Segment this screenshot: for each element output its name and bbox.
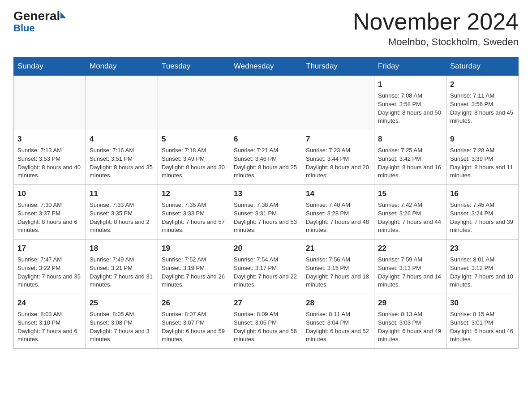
day-number: 28 xyxy=(306,298,370,309)
calendar-day-cell xyxy=(302,76,374,130)
day-number: 29 xyxy=(378,298,442,309)
day-sun-info: Sunrise: 7:59 AMSunset: 3:13 PMDaylight:… xyxy=(378,256,442,289)
calendar-day-cell: 5Sunrise: 7:18 AMSunset: 3:49 PMDaylight… xyxy=(158,130,230,185)
calendar-day-cell: 9Sunrise: 7:28 AMSunset: 3:39 PMDaylight… xyxy=(446,130,519,185)
day-sun-info: Sunrise: 7:33 AMSunset: 3:35 PMDaylight:… xyxy=(90,201,154,235)
calendar-day-header: Sunday xyxy=(14,57,86,76)
day-number: 1 xyxy=(378,79,442,90)
day-sun-info: Sunrise: 7:47 AMSunset: 3:22 PMDaylight:… xyxy=(17,256,82,289)
logo-blue-text: Blue xyxy=(13,22,35,34)
day-number: 2 xyxy=(450,79,515,90)
calendar-day-cell: 20Sunrise: 7:54 AMSunset: 3:17 PMDayligh… xyxy=(230,240,302,294)
calendar-day-cell: 26Sunrise: 8:07 AMSunset: 3:07 PMDayligh… xyxy=(158,294,230,349)
day-number: 14 xyxy=(306,188,370,200)
logo-general-text: General xyxy=(13,9,60,23)
calendar-week-row: 3Sunrise: 7:13 AMSunset: 3:53 PMDaylight… xyxy=(14,130,519,185)
calendar-day-cell: 7Sunrise: 7:23 AMSunset: 3:44 PMDaylight… xyxy=(302,130,374,185)
calendar-day-cell: 24Sunrise: 8:03 AMSunset: 3:10 PMDayligh… xyxy=(14,294,86,349)
calendar-day-cell: 10Sunrise: 7:30 AMSunset: 3:37 PMDayligh… xyxy=(14,185,86,240)
day-sun-info: Sunrise: 8:01 AMSunset: 3:12 PMDaylight:… xyxy=(450,256,515,289)
day-sun-info: Sunrise: 8:05 AMSunset: 3:08 PMDaylight:… xyxy=(90,310,154,344)
calendar-day-cell xyxy=(86,76,158,130)
day-number: 22 xyxy=(378,243,442,254)
day-number: 5 xyxy=(162,134,226,145)
day-number: 23 xyxy=(450,243,515,254)
day-number: 15 xyxy=(378,188,442,200)
day-sun-info: Sunrise: 7:18 AMSunset: 3:49 PMDaylight:… xyxy=(162,146,226,180)
day-number: 10 xyxy=(17,188,82,200)
day-number: 24 xyxy=(17,298,82,309)
day-number: 11 xyxy=(90,188,154,200)
day-sun-info: Sunrise: 8:13 AMSunset: 3:03 PMDaylight:… xyxy=(378,310,442,344)
day-sun-info: Sunrise: 7:28 AMSunset: 3:39 PMDaylight:… xyxy=(450,146,515,180)
day-number: 3 xyxy=(17,134,82,145)
day-sun-info: Sunrise: 7:38 AMSunset: 3:31 PMDaylight:… xyxy=(234,201,298,235)
calendar-day-header: Wednesday xyxy=(230,57,302,76)
day-sun-info: Sunrise: 7:08 AMSunset: 3:58 PMDaylight:… xyxy=(378,92,442,125)
day-number: 20 xyxy=(234,243,298,254)
calendar-day-cell: 6Sunrise: 7:21 AMSunset: 3:46 PMDaylight… xyxy=(230,130,302,185)
calendar-day-cell: 22Sunrise: 7:59 AMSunset: 3:13 PMDayligh… xyxy=(374,240,446,294)
calendar-table: SundayMondayTuesdayWednesdayThursdayFrid… xyxy=(13,57,519,349)
calendar-day-cell: 19Sunrise: 7:52 AMSunset: 3:19 PMDayligh… xyxy=(158,240,230,294)
day-sun-info: Sunrise: 8:11 AMSunset: 3:04 PMDaylight:… xyxy=(306,310,370,344)
day-number: 8 xyxy=(378,134,442,145)
calendar-day-cell: 16Sunrise: 7:45 AMSunset: 3:24 PMDayligh… xyxy=(446,185,519,240)
day-sun-info: Sunrise: 7:11 AMSunset: 3:56 PMDaylight:… xyxy=(450,92,515,125)
day-number: 12 xyxy=(162,188,226,200)
calendar-day-cell: 25Sunrise: 8:05 AMSunset: 3:08 PMDayligh… xyxy=(86,294,158,349)
calendar-day-cell: 18Sunrise: 7:49 AMSunset: 3:21 PMDayligh… xyxy=(86,240,158,294)
day-sun-info: Sunrise: 7:49 AMSunset: 3:21 PMDaylight:… xyxy=(90,256,154,289)
day-sun-info: Sunrise: 7:13 AMSunset: 3:53 PMDaylight:… xyxy=(17,146,82,180)
calendar-day-header: Saturday xyxy=(446,57,519,76)
day-number: 17 xyxy=(17,243,82,254)
calendar-day-cell: 28Sunrise: 8:11 AMSunset: 3:04 PMDayligh… xyxy=(302,294,374,349)
calendar-day-cell: 12Sunrise: 7:35 AMSunset: 3:33 PMDayligh… xyxy=(158,185,230,240)
day-sun-info: Sunrise: 7:54 AMSunset: 3:17 PMDaylight:… xyxy=(234,256,298,289)
day-sun-info: Sunrise: 7:21 AMSunset: 3:46 PMDaylight:… xyxy=(234,146,298,180)
day-number: 9 xyxy=(450,134,515,145)
day-number: 18 xyxy=(90,243,154,254)
calendar-day-cell: 11Sunrise: 7:33 AMSunset: 3:35 PMDayligh… xyxy=(86,185,158,240)
calendar-day-cell xyxy=(14,76,86,130)
day-number: 30 xyxy=(450,298,515,309)
calendar-day-cell xyxy=(230,76,302,130)
calendar-week-row: 17Sunrise: 7:47 AMSunset: 3:22 PMDayligh… xyxy=(14,240,519,294)
calendar-day-cell: 23Sunrise: 8:01 AMSunset: 3:12 PMDayligh… xyxy=(446,240,519,294)
calendar-day-cell: 17Sunrise: 7:47 AMSunset: 3:22 PMDayligh… xyxy=(14,240,86,294)
day-sun-info: Sunrise: 8:03 AMSunset: 3:10 PMDaylight:… xyxy=(17,310,82,344)
calendar-day-cell: 30Sunrise: 8:15 AMSunset: 3:01 PMDayligh… xyxy=(446,294,519,349)
day-number: 21 xyxy=(306,243,370,254)
logo: General Blue xyxy=(13,9,66,34)
day-sun-info: Sunrise: 7:23 AMSunset: 3:44 PMDaylight:… xyxy=(306,146,370,180)
calendar-day-header: Monday xyxy=(86,57,158,76)
day-sun-info: Sunrise: 7:42 AMSunset: 3:26 PMDaylight:… xyxy=(378,201,442,235)
calendar-week-row: 10Sunrise: 7:30 AMSunset: 3:37 PMDayligh… xyxy=(14,185,519,240)
calendar-day-cell: 27Sunrise: 8:09 AMSunset: 3:05 PMDayligh… xyxy=(230,294,302,349)
day-number: 6 xyxy=(234,134,298,145)
calendar-day-header: Tuesday xyxy=(158,57,230,76)
calendar-day-cell xyxy=(158,76,230,130)
calendar-day-cell: 2Sunrise: 7:11 AMSunset: 3:56 PMDaylight… xyxy=(446,76,519,130)
logo-arrow-icon xyxy=(60,12,66,18)
day-sun-info: Sunrise: 7:56 AMSunset: 3:15 PMDaylight:… xyxy=(306,256,370,289)
day-number: 7 xyxy=(306,134,370,145)
calendar-week-row: 1Sunrise: 7:08 AMSunset: 3:58 PMDaylight… xyxy=(14,76,519,130)
day-sun-info: Sunrise: 7:35 AMSunset: 3:33 PMDaylight:… xyxy=(162,201,226,235)
day-sun-info: Sunrise: 7:45 AMSunset: 3:24 PMDaylight:… xyxy=(450,201,515,235)
day-sun-info: Sunrise: 7:16 AMSunset: 3:51 PMDaylight:… xyxy=(90,146,154,180)
day-sun-info: Sunrise: 7:52 AMSunset: 3:19 PMDaylight:… xyxy=(162,256,226,289)
day-number: 19 xyxy=(162,243,226,254)
calendar-day-cell: 29Sunrise: 8:13 AMSunset: 3:03 PMDayligh… xyxy=(374,294,446,349)
calendar-day-cell: 13Sunrise: 7:38 AMSunset: 3:31 PMDayligh… xyxy=(230,185,302,240)
calendar-week-row: 24Sunrise: 8:03 AMSunset: 3:10 PMDayligh… xyxy=(14,294,519,349)
calendar-day-cell: 15Sunrise: 7:42 AMSunset: 3:26 PMDayligh… xyxy=(374,185,446,240)
day-sun-info: Sunrise: 7:40 AMSunset: 3:28 PMDaylight:… xyxy=(306,201,370,235)
month-title: November 2024 xyxy=(353,9,519,34)
day-sun-info: Sunrise: 8:09 AMSunset: 3:05 PMDaylight:… xyxy=(234,310,298,344)
day-sun-info: Sunrise: 7:30 AMSunset: 3:37 PMDaylight:… xyxy=(17,201,82,235)
calendar-header-row: SundayMondayTuesdayWednesdayThursdayFrid… xyxy=(14,57,519,76)
page-header: General Blue November 2024 Moelnbo, Stoc… xyxy=(13,9,519,48)
location: Moelnbo, Stockholm, Sweden xyxy=(353,36,519,48)
day-number: 26 xyxy=(162,298,226,309)
